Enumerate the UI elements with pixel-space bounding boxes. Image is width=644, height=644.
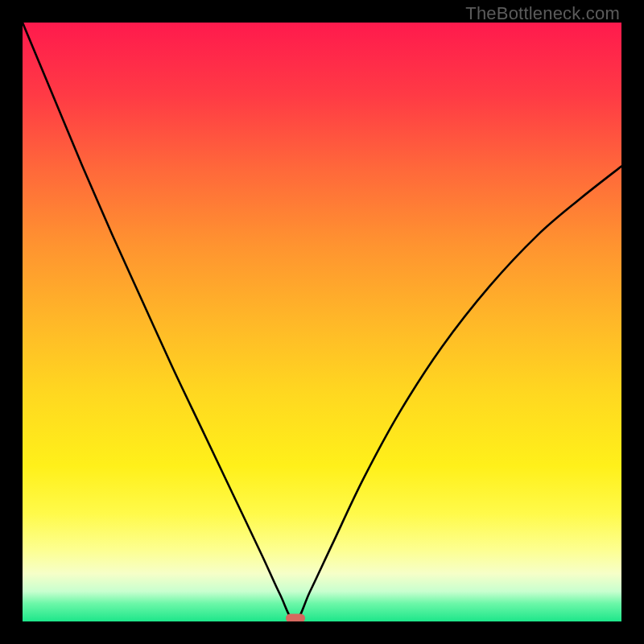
curve-layer — [23, 23, 621, 621]
plot-area — [23, 23, 621, 621]
watermark-text: TheBottleneck.com — [465, 3, 620, 24]
minimum-marker — [286, 613, 305, 621]
bottleneck-curve — [23, 23, 621, 621]
chart-frame: TheBottleneck.com — [0, 0, 644, 644]
